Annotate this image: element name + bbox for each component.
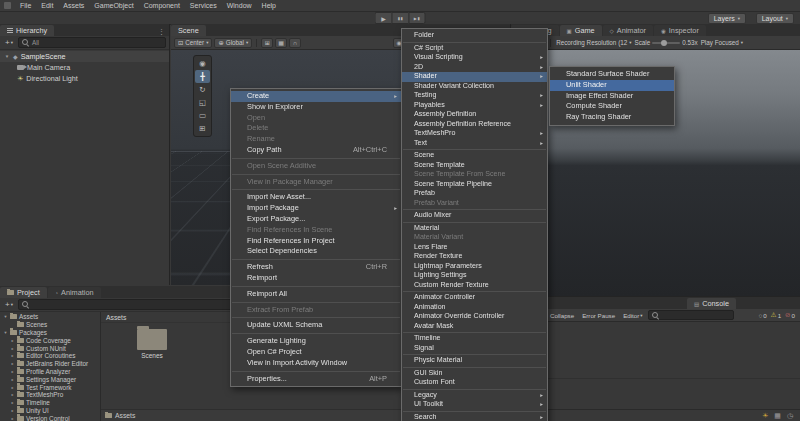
menu-item-testing[interactable]: Testing▸: [402, 91, 547, 101]
hierarchy-search-input[interactable]: All: [18, 37, 166, 48]
project-tree-item-test-framework[interactable]: ▸Test Framework: [0, 383, 100, 391]
scale-slider[interactable]: [652, 42, 680, 44]
project-tree-item-assets[interactable]: ▼Assets: [0, 313, 100, 321]
expand-arrow-icon[interactable]: ▼: [4, 54, 10, 59]
expand-arrow-icon[interactable]: ▼: [3, 330, 8, 335]
tab-inspector[interactable]: ◉Inspector: [654, 25, 706, 36]
menu-item-search[interactable]: Search▸: [402, 413, 547, 421]
menu-item-scene[interactable]: Scene: [402, 151, 547, 161]
info-badge[interactable]: ○0: [758, 312, 766, 319]
console-search-input[interactable]: [648, 310, 734, 320]
menu-gameobject[interactable]: GameObject: [89, 2, 138, 9]
menu-item-reimport-all[interactable]: Reimport All: [231, 289, 401, 300]
menu-window[interactable]: Window: [222, 2, 257, 9]
expand-arrow-icon[interactable]: ▸: [10, 346, 15, 351]
menu-item-audio-mixer[interactable]: Audio Mixer: [402, 211, 547, 221]
menu-item-playables[interactable]: Playables▸: [402, 101, 547, 111]
menu-item-compute-shader[interactable]: Compute Shader: [550, 101, 674, 112]
tab-animation[interactable]: ◔ Animation: [48, 287, 101, 298]
editor-dropdown[interactable]: Editor ▾: [620, 310, 645, 320]
expand-arrow-icon[interactable]: ▸: [10, 353, 15, 358]
menu-item-signal[interactable]: Signal: [402, 344, 547, 354]
rotate-tool-button[interactable]: ↻: [195, 83, 210, 96]
activity-icon[interactable]: ◷: [787, 412, 793, 420]
menu-item-legacy[interactable]: Legacy▸: [402, 391, 547, 401]
slider-thumb[interactable]: [661, 40, 667, 46]
expand-arrow-icon[interactable]: ▸: [10, 408, 15, 413]
menu-item-lens-flare[interactable]: Lens Flare: [402, 243, 547, 253]
menu-item-shader-variant-collection[interactable]: Shader Variant Collection: [402, 82, 547, 92]
console-log-area[interactable]: [511, 322, 800, 409]
menu-item-import-new-asset[interactable]: Import New Asset...: [231, 192, 401, 203]
menu-item-open-c-project[interactable]: Open C# Project: [231, 347, 401, 358]
menu-item-text[interactable]: Text▸: [402, 139, 547, 149]
expand-arrow-icon[interactable]: ▸: [10, 369, 15, 374]
hierarchy-item-directional-light[interactable]: ☀Directional Light: [0, 73, 169, 84]
expand-arrow-icon[interactable]: ▸: [10, 400, 15, 405]
project-tree-item-version-control[interactable]: ▸Version Control: [0, 414, 100, 421]
menu-item-scene-template[interactable]: Scene Template: [402, 161, 547, 171]
menu-item-ui-toolkit[interactable]: UI Toolkit▸: [402, 400, 547, 410]
menu-item-show-in-explorer[interactable]: Show in Explorer: [231, 102, 401, 113]
menu-component[interactable]: Component: [139, 2, 185, 9]
tab-project[interactable]: Project: [0, 287, 47, 298]
step-button[interactable]: ▶▮: [409, 12, 426, 24]
resolution-dropdown[interactable]: Recording Resolution (12 ▾: [556, 39, 631, 46]
menu-file[interactable]: File: [15, 2, 36, 9]
project-tree-item-jetbrains-rider-editor[interactable]: ▸JetBrains Rider Editor: [0, 360, 100, 368]
tab-console[interactable]: ▤ Console: [687, 298, 736, 309]
menu-item-refresh[interactable]: RefreshCtrl+R: [231, 262, 401, 273]
menu-item-unlit-shader[interactable]: Unlit Shader: [550, 80, 674, 91]
menu-item-assembly-definition-reference[interactable]: Assembly Definition Reference: [402, 120, 547, 130]
asset-folder-scenes[interactable]: Scenes: [129, 329, 175, 359]
menu-item-avatar-mask[interactable]: Avatar Mask: [402, 322, 547, 332]
menu-item-image-effect-shader[interactable]: Image Effect Shader: [550, 91, 674, 102]
error-pause-toggle[interactable]: Error Pause: [579, 310, 618, 320]
menu-item-update-uxml-schema[interactable]: Update UXML Schema: [231, 320, 401, 331]
transform-tool-button[interactable]: ⊞: [195, 122, 210, 135]
menu-item-create[interactable]: Create▸: [231, 91, 401, 102]
menu-item-find-references-in-project[interactable]: Find References In Project: [231, 236, 401, 247]
menu-item-render-texture[interactable]: Render Texture: [402, 252, 547, 262]
menu-item-animator-controller[interactable]: Animator Controller: [402, 293, 547, 303]
project-tree-item-textmeshpro[interactable]: ▸TextMeshPro: [0, 391, 100, 399]
menu-item-ray-tracing-shader[interactable]: Ray Tracing Shader: [550, 112, 674, 123]
project-tree-item-scenes[interactable]: Scenes: [0, 321, 100, 329]
cache-icon[interactable]: ▦: [774, 412, 781, 420]
view-tool-button[interactable]: ◉: [195, 57, 210, 70]
menu-item-standard-surface-shader[interactable]: Standard Surface Shader: [550, 69, 674, 80]
expand-arrow-icon[interactable]: ▸: [10, 392, 15, 397]
expand-arrow-icon[interactable]: ▸: [10, 416, 15, 421]
menu-item-custom-render-texture[interactable]: Custom Render Texture: [402, 281, 547, 291]
menu-item-export-package[interactable]: Export Package...: [231, 214, 401, 225]
layers-dropdown[interactable]: Layers ▾: [708, 13, 746, 24]
menu-item-scene-template-pipeline[interactable]: Scene Template Pipeline: [402, 180, 547, 190]
menu-item-material[interactable]: Material: [402, 224, 547, 234]
expand-arrow-icon[interactable]: ▸: [10, 377, 15, 382]
tab-hierarchy[interactable]: Hierarchy: [0, 25, 54, 36]
project-tree-item-settings-manager[interactable]: ▸Settings Manager: [0, 375, 100, 383]
pivot-dropdown[interactable]: ⊡ Center ▾: [174, 38, 212, 48]
menu-services[interactable]: Services: [185, 2, 222, 9]
snap-grid-button[interactable]: ▦: [275, 38, 287, 48]
layout-dropdown[interactable]: Layout ▾: [756, 13, 794, 24]
grid-visibility-button[interactable]: ⊞: [261, 38, 273, 48]
menu-item-properties[interactable]: Properties...Alt+P: [231, 374, 401, 385]
project-tree-item-packages[interactable]: ▼Packages: [0, 329, 100, 337]
project-tree-item-timeline[interactable]: ▸Timeline: [0, 399, 100, 407]
pause-button[interactable]: ▮▮: [392, 12, 409, 24]
rect-tool-button[interactable]: ▭: [195, 109, 210, 122]
menu-item-lighting-settings[interactable]: Lighting Settings: [402, 271, 547, 281]
project-tree-item-editor-coroutines[interactable]: ▸Editor Coroutines: [0, 352, 100, 360]
menu-item-timeline[interactable]: Timeline: [402, 334, 547, 344]
hierarchy-item-main-camera[interactable]: Main Camera: [0, 62, 169, 73]
expand-arrow-icon[interactable]: ▼: [3, 314, 8, 319]
menu-item-visual-scripting[interactable]: Visual Scripting▸: [402, 53, 547, 63]
menu-item-custom-font[interactable]: Custom Font: [402, 378, 547, 388]
play-button[interactable]: ▶: [375, 12, 392, 24]
add-object-button[interactable]: + ▾: [3, 38, 15, 47]
collapse-toggle[interactable]: Collapse: [547, 310, 577, 320]
menu-item-shader[interactable]: Shader▸: [402, 72, 547, 82]
auto-lighting-icon[interactable]: ☀: [762, 412, 768, 420]
project-tree-item-custom-nunit[interactable]: ▸Custom NUnit: [0, 344, 100, 352]
